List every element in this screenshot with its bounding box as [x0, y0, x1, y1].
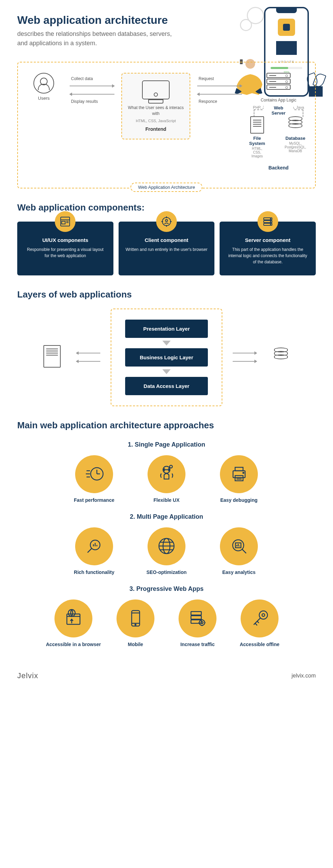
- svg-point-60: [201, 622, 203, 624]
- magnify-chart-icon: [75, 527, 113, 565]
- browser-globe-icon: [54, 599, 92, 637]
- presentation-layer: Presentation Layer: [125, 320, 208, 338]
- layers-diagram: Presentation Layer Business Logic Layer …: [17, 309, 316, 406]
- footer-logo: Jelvix: [17, 671, 38, 680]
- approach-label: Accessible offine: [232, 642, 287, 647]
- arrows-frontend-backend: Request Responce: [197, 73, 242, 104]
- pwa-row: Accessible in a browser Mobile Increase …: [17, 599, 316, 647]
- server-stack-icon: [258, 211, 278, 232]
- approach-label: Easy analytics: [211, 569, 266, 575]
- database-icon: [267, 348, 295, 367]
- approach-item: Easy debugging: [211, 455, 266, 503]
- business-layer: Business Logic Layer: [125, 348, 208, 367]
- svg-point-55: [135, 624, 136, 625]
- frontend-box: What the User sees & interacs with HTML,…: [121, 73, 190, 139]
- svg-point-16: [270, 218, 271, 219]
- pwa-title: 3. Progressive Web Apps: [17, 585, 316, 593]
- svg-line-44: [242, 549, 246, 553]
- down-arrow-icon: [162, 369, 171, 374]
- database-node: Database MySQL, PostgresSQL, MariaDB: [283, 116, 308, 158]
- layout-icon: [55, 211, 75, 232]
- approach-label: Mobile: [108, 642, 163, 647]
- svg-point-51: [68, 609, 75, 616]
- approach-item: Rich functionality: [67, 527, 122, 575]
- components-row: UI/UX components Responsible for present…: [17, 222, 316, 275]
- header: Web application architecture describes t…: [17, 14, 316, 55]
- server-gear-icon: [179, 599, 216, 637]
- approach-label: Increase traffic: [170, 642, 225, 647]
- users-node: Users: [25, 73, 63, 101]
- approach-item: Accessible in a browser: [46, 599, 101, 647]
- svg-line-69: [257, 621, 259, 623]
- analytics-search-icon: [220, 527, 258, 565]
- speed-clock-icon: [75, 455, 113, 493]
- frontend-tech: HTML, CSS, JavaScript: [127, 119, 184, 123]
- svg-point-17: [270, 221, 271, 222]
- svg-rect-29: [235, 476, 243, 481]
- approach-item: Easy analytics: [211, 527, 266, 575]
- gear-icon: [240, 19, 252, 31]
- approach-label: Fast performance: [67, 497, 122, 503]
- component-card-client: Client component Written and run entirel…: [119, 222, 215, 275]
- data-layer: Data Access Layer: [125, 377, 208, 395]
- svg-rect-57: [191, 616, 201, 619]
- svg-point-32: [243, 472, 244, 474]
- backend-box: Contains App Logic PHP, JavaScript, Pyth…: [249, 73, 308, 170]
- svg-point-26: [170, 465, 172, 468]
- user-icon: [33, 73, 54, 94]
- footer: Jelvix jelvix.com: [17, 664, 316, 680]
- approach-label: Accessible in a browser: [46, 642, 101, 647]
- flexible-user-icon: [148, 455, 185, 493]
- monitor-icon: [142, 80, 170, 99]
- frontend-desc: What the User sees & interacs with: [127, 105, 184, 117]
- component-card-uiux: UI/UX components Responsible for present…: [17, 222, 113, 275]
- component-title: UI/UX components: [24, 237, 107, 243]
- svg-rect-28: [235, 467, 243, 471]
- svg-rect-4: [62, 221, 65, 224]
- component-desc: Responsible for presenting a visual layo…: [24, 246, 107, 259]
- arrows-right: [233, 348, 257, 366]
- svg-line-68: [255, 623, 257, 625]
- frontend-title: Frontend: [127, 126, 184, 132]
- approach-item: Accessible offine: [232, 599, 287, 647]
- printer-icon: [220, 455, 258, 493]
- file-icon: [38, 342, 66, 373]
- approach-item: Mobile: [108, 599, 163, 647]
- backend-desc: Contains App Logic: [249, 97, 308, 103]
- architecture-badge: Web Application Architecture: [130, 183, 202, 192]
- file-system-node: File System HTML, CSS, Images: [249, 116, 265, 158]
- component-desc: Written and run entirely in the user's b…: [125, 246, 208, 253]
- arrows-user-frontend: Collect data Display results: [70, 73, 114, 104]
- mpa-title: 2. Multi Page Application: [17, 513, 316, 520]
- svg-rect-56: [191, 612, 201, 615]
- approach-item: SEO-optimization: [139, 527, 194, 575]
- approaches-heading: Main web application architecture approa…: [17, 420, 316, 431]
- approach-label: Flexible UX: [139, 497, 194, 503]
- architecture-diagram: Users Collect data Display results What …: [17, 62, 316, 188]
- footer-url: jelvix.com: [292, 673, 316, 679]
- down-arrow-icon: [162, 341, 171, 345]
- component-title: Client component: [125, 237, 208, 243]
- file-icon: [250, 116, 264, 134]
- server-icon: [266, 73, 291, 92]
- web-server-label: Web Server: [264, 105, 293, 116]
- users-label: Users: [25, 96, 63, 101]
- layers-box: Presentation Layer Business Logic Layer …: [111, 309, 222, 406]
- backend-title: Backend: [249, 165, 308, 170]
- approach-label: Rich functionality: [67, 569, 122, 575]
- component-desc: This part of the application handles the…: [226, 246, 309, 265]
- globe-icon: [148, 527, 185, 565]
- component-title: Server component: [226, 237, 309, 243]
- key-icon: [241, 599, 279, 637]
- svg-point-8: [165, 220, 168, 222]
- svg-point-18: [270, 224, 271, 225]
- spa-row: Fast performance Flexible UX Easy debugg…: [17, 455, 316, 503]
- approach-item: Flexible UX: [139, 455, 194, 503]
- approach-label: SEO-optimization: [139, 569, 194, 575]
- component-card-server: Server component This part of the applic…: [220, 222, 316, 275]
- svg-line-34: [88, 548, 92, 553]
- page-subtitle: describes the relationships between data…: [17, 29, 172, 48]
- mpa-row: Rich functionality SEO-optimization Easy…: [17, 527, 316, 575]
- approach-label: Easy debugging: [211, 497, 266, 503]
- svg-point-59: [199, 620, 205, 625]
